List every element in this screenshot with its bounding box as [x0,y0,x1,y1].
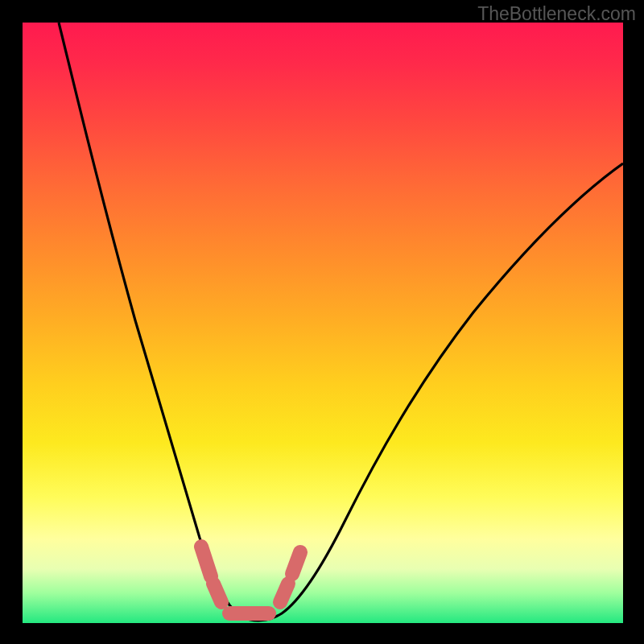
plot-area [23,23,623,623]
marker-group [201,547,300,613]
marker-left-2 [213,584,221,602]
marker-right-2 [292,552,300,574]
curve-layer [23,23,623,623]
marker-right-1 [280,584,288,602]
marker-left [201,547,211,576]
watermark-text: TheBottleneck.com [477,3,636,25]
bottleneck-curve [59,23,623,621]
chart-frame: TheBottleneck.com [0,0,644,644]
